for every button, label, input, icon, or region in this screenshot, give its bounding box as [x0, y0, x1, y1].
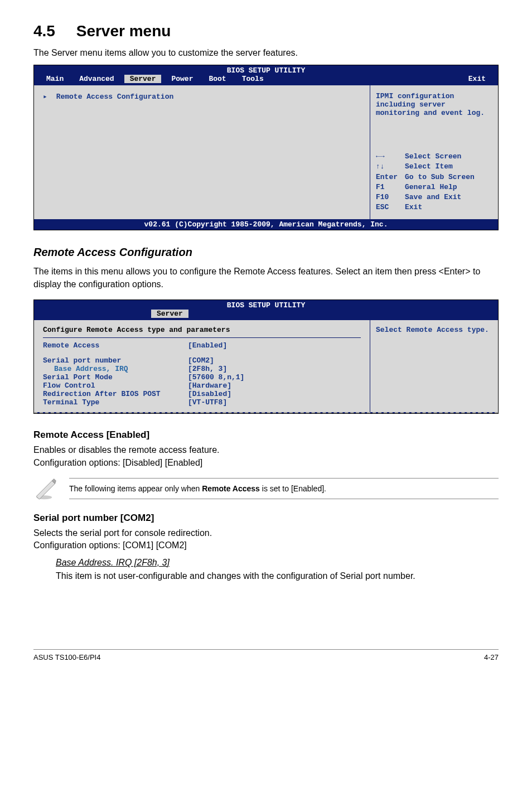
remote-access-line1: Enables or disables the remote access fe… [33, 444, 499, 456]
bios-key-help: ←→Select Screen ↑↓Select Item EnterGo to… [376, 152, 492, 212]
bios-footer: v02.61 (C)Copyright 1985-2009, American … [34, 219, 498, 230]
bios-help-text: IPMI configuration including server moni… [376, 92, 492, 117]
bios2-title: BIOS SETUP UTILITY [34, 300, 498, 310]
remote-access-heading: Remote Access [Enabled] [33, 429, 499, 441]
bios-tabs: Main Advanced Server Power Boot Tools Ex… [34, 75, 498, 85]
bios2-header-line: Configure Remote Access type and paramet… [43, 326, 361, 338]
bios2-left-pane: Configure Remote Access type and paramet… [34, 320, 370, 412]
bios-title: BIOS SETUP UTILITY [34, 65, 498, 75]
tab-main: Main [41, 75, 69, 83]
bios-right-pane: IPMI configuration including server moni… [370, 85, 498, 219]
remote-access-config-desc: The items in this menu allows you to con… [33, 265, 499, 291]
bios-left-pane: ▸ Remote Access Configuration [34, 85, 370, 219]
submenu-arrow-icon: ▸ [43, 93, 47, 101]
bios2-right-pane: Select Remote Access type. [370, 320, 498, 412]
footer-right: 4-27 [484, 653, 499, 661]
serial-port-line1: Selects the serial port for console redi… [33, 527, 499, 539]
tab-exit: Exit [463, 75, 491, 83]
base-address-heading: Base Address. IRQ [2F8h, 3] [56, 558, 499, 568]
serial-port-heading: Serial port number [COM2] [33, 513, 499, 524]
pencil-note-icon [33, 477, 57, 500]
tab-advanced: Advanced [74, 75, 119, 83]
tab-boot: Boot [203, 75, 231, 83]
section-name: Server menu [76, 22, 171, 40]
intro-text: The Server menu items allow you to custo… [33, 47, 499, 59]
bios2-tabs: Server [34, 310, 498, 320]
serial-port-line2: Configuration options: [COM1] [COM2] [33, 539, 499, 552]
bios-screenshot-2: BIOS SETUP UTILITY Server Configure Remo… [33, 299, 499, 414]
bios2-tab-server: Server [151, 310, 188, 318]
bios-screenshot-1: BIOS SETUP UTILITY Main Advanced Server … [33, 65, 499, 230]
bios-item-remote-access: Remote Access Configuration [56, 93, 174, 101]
note-block: The following items appear only when Rem… [33, 477, 499, 500]
page-footer: ASUS TS100-E6/PI4 4-27 [33, 649, 499, 661]
note-text: The following items appear only when Rem… [69, 478, 499, 499]
bios2-help-text: Select Remote Access type. [376, 326, 492, 334]
tab-tools: Tools [236, 75, 269, 83]
section-title: 4.5 Server menu [33, 22, 499, 40]
remote-access-config-heading: Remote Access Configuration [33, 246, 499, 259]
tab-power: Power [166, 75, 199, 83]
section-number: 4.5 [33, 22, 55, 40]
base-address-body: This item is not user-configurable and c… [56, 570, 499, 582]
tab-server: Server [124, 75, 162, 83]
remote-access-line2: Configuration options: [Disabled] [Enabl… [33, 457, 499, 469]
footer-left: ASUS TS100-E6/PI4 [33, 653, 100, 661]
